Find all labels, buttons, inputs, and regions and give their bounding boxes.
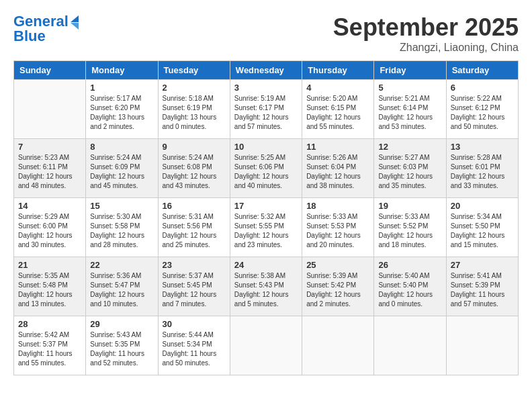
calendar-day-cell: 1Sunrise: 5:17 AM Sunset: 6:20 PM Daylig…	[86, 80, 158, 139]
day-info: Sunrise: 5:44 AM Sunset: 5:34 PM Dayligh…	[163, 330, 226, 368]
calendar-week-row: 14Sunrise: 5:29 AM Sunset: 6:00 PM Dayli…	[14, 198, 519, 257]
day-number: 19	[378, 201, 441, 211]
calendar-day-cell: 22Sunrise: 5:36 AM Sunset: 5:47 PM Dayli…	[86, 257, 158, 316]
calendar-day-cell: 8Sunrise: 5:24 AM Sunset: 6:09 PM Daylig…	[86, 139, 158, 198]
column-header-monday: Monday	[86, 61, 158, 80]
day-info: Sunrise: 5:37 AM Sunset: 5:45 PM Dayligh…	[163, 271, 226, 309]
day-info: Sunrise: 5:29 AM Sunset: 6:00 PM Dayligh…	[18, 212, 81, 250]
day-number: 25	[306, 260, 369, 270]
calendar-day-cell	[302, 316, 374, 375]
day-info: Sunrise: 5:41 AM Sunset: 5:39 PM Dayligh…	[451, 271, 514, 309]
day-number: 23	[163, 260, 226, 270]
day-number: 29	[90, 319, 153, 329]
month-title: September 2025	[333, 13, 519, 42]
day-number: 18	[306, 201, 369, 211]
day-number: 5	[378, 83, 441, 93]
day-number: 28	[18, 319, 81, 329]
calendar-week-row: 28Sunrise: 5:42 AM Sunset: 5:37 PM Dayli…	[14, 316, 519, 375]
day-number: 27	[451, 260, 514, 270]
day-info: Sunrise: 5:20 AM Sunset: 6:15 PM Dayligh…	[306, 94, 369, 132]
title-area: September 2025 Zhangzi, Liaoning, China	[333, 13, 519, 54]
calendar-table: SundayMondayTuesdayWednesdayThursdayFrid…	[13, 60, 519, 375]
day-number: 13	[451, 142, 514, 152]
calendar-day-cell: 19Sunrise: 5:33 AM Sunset: 5:52 PM Dayli…	[374, 198, 446, 257]
day-info: Sunrise: 5:33 AM Sunset: 5:53 PM Dayligh…	[306, 212, 369, 250]
day-number: 26	[378, 260, 441, 270]
day-info: Sunrise: 5:24 AM Sunset: 6:08 PM Dayligh…	[163, 153, 226, 191]
day-info: Sunrise: 5:28 AM Sunset: 6:01 PM Dayligh…	[451, 153, 514, 191]
calendar-day-cell: 25Sunrise: 5:39 AM Sunset: 5:42 PM Dayli…	[302, 257, 374, 316]
day-info: Sunrise: 5:43 AM Sunset: 5:35 PM Dayligh…	[90, 330, 153, 368]
day-number: 8	[90, 142, 153, 152]
day-info: Sunrise: 5:22 AM Sunset: 6:12 PM Dayligh…	[451, 94, 514, 132]
day-info: Sunrise: 5:17 AM Sunset: 6:20 PM Dayligh…	[90, 94, 153, 132]
calendar-day-cell: 27Sunrise: 5:41 AM Sunset: 5:39 PM Dayli…	[446, 257, 518, 316]
column-header-saturday: Saturday	[446, 61, 518, 80]
column-header-tuesday: Tuesday	[158, 61, 230, 80]
day-info: Sunrise: 5:34 AM Sunset: 5:50 PM Dayligh…	[451, 212, 514, 250]
logo: General Blue	[13, 13, 79, 44]
page-header: General Blue September 2025 Zhangzi, Lia…	[13, 13, 519, 54]
day-number: 9	[163, 142, 226, 152]
calendar-week-row: 7Sunrise: 5:23 AM Sunset: 6:11 PM Daylig…	[14, 139, 519, 198]
calendar-day-cell: 18Sunrise: 5:33 AM Sunset: 5:53 PM Dayli…	[302, 198, 374, 257]
day-number: 10	[234, 142, 298, 152]
day-info: Sunrise: 5:36 AM Sunset: 5:47 PM Dayligh…	[90, 271, 153, 309]
day-info: Sunrise: 5:38 AM Sunset: 5:43 PM Dayligh…	[234, 271, 298, 309]
day-info: Sunrise: 5:32 AM Sunset: 5:55 PM Dayligh…	[234, 212, 298, 250]
day-number: 22	[90, 260, 153, 270]
calendar-day-cell: 4Sunrise: 5:20 AM Sunset: 6:15 PM Daylig…	[302, 80, 374, 139]
column-header-wednesday: Wednesday	[230, 61, 302, 80]
day-number: 11	[306, 142, 369, 152]
day-info: Sunrise: 5:35 AM Sunset: 5:48 PM Dayligh…	[18, 271, 81, 309]
logo-subtext: Blue	[13, 28, 79, 44]
day-number: 15	[90, 201, 153, 211]
day-number: 12	[378, 142, 441, 152]
calendar-day-cell: 16Sunrise: 5:31 AM Sunset: 5:56 PM Dayli…	[158, 198, 230, 257]
calendar-day-cell: 17Sunrise: 5:32 AM Sunset: 5:55 PM Dayli…	[230, 198, 302, 257]
day-info: Sunrise: 5:27 AM Sunset: 6:03 PM Dayligh…	[378, 153, 441, 191]
day-info: Sunrise: 5:18 AM Sunset: 6:19 PM Dayligh…	[163, 94, 226, 132]
day-info: Sunrise: 5:25 AM Sunset: 6:06 PM Dayligh…	[234, 153, 298, 191]
day-info: Sunrise: 5:40 AM Sunset: 5:40 PM Dayligh…	[378, 271, 441, 309]
column-header-thursday: Thursday	[302, 61, 374, 80]
calendar-day-cell: 14Sunrise: 5:29 AM Sunset: 6:00 PM Dayli…	[14, 198, 86, 257]
calendar-day-cell: 28Sunrise: 5:42 AM Sunset: 5:37 PM Dayli…	[14, 316, 86, 375]
day-info: Sunrise: 5:31 AM Sunset: 5:56 PM Dayligh…	[163, 212, 226, 250]
calendar-week-row: 21Sunrise: 5:35 AM Sunset: 5:48 PM Dayli…	[14, 257, 519, 316]
calendar-day-cell: 5Sunrise: 5:21 AM Sunset: 6:14 PM Daylig…	[374, 80, 446, 139]
day-info: Sunrise: 5:42 AM Sunset: 5:37 PM Dayligh…	[18, 330, 81, 368]
day-number: 24	[234, 260, 298, 270]
calendar-day-cell: 29Sunrise: 5:43 AM Sunset: 5:35 PM Dayli…	[86, 316, 158, 375]
day-info: Sunrise: 5:30 AM Sunset: 5:58 PM Dayligh…	[90, 212, 153, 250]
calendar-header-row: SundayMondayTuesdayWednesdayThursdayFrid…	[14, 61, 519, 80]
calendar-day-cell: 15Sunrise: 5:30 AM Sunset: 5:58 PM Dayli…	[86, 198, 158, 257]
calendar-day-cell	[446, 316, 518, 375]
calendar-day-cell: 9Sunrise: 5:24 AM Sunset: 6:08 PM Daylig…	[158, 139, 230, 198]
day-number: 2	[163, 83, 226, 93]
column-header-friday: Friday	[374, 61, 446, 80]
day-info: Sunrise: 5:21 AM Sunset: 6:14 PM Dayligh…	[378, 94, 441, 132]
day-info: Sunrise: 5:23 AM Sunset: 6:11 PM Dayligh…	[18, 153, 81, 191]
day-info: Sunrise: 5:19 AM Sunset: 6:17 PM Dayligh…	[234, 94, 298, 132]
calendar-day-cell: 10Sunrise: 5:25 AM Sunset: 6:06 PM Dayli…	[230, 139, 302, 198]
calendar-day-cell: 24Sunrise: 5:38 AM Sunset: 5:43 PM Dayli…	[230, 257, 302, 316]
day-info: Sunrise: 5:26 AM Sunset: 6:04 PM Dayligh…	[306, 153, 369, 191]
day-number: 7	[18, 142, 81, 152]
calendar-day-cell	[14, 80, 86, 139]
location-subtitle: Zhangzi, Liaoning, China	[333, 42, 519, 54]
calendar-day-cell: 3Sunrise: 5:19 AM Sunset: 6:17 PM Daylig…	[230, 80, 302, 139]
day-number: 30	[163, 319, 226, 329]
day-number: 14	[18, 201, 81, 211]
calendar-day-cell: 26Sunrise: 5:40 AM Sunset: 5:40 PM Dayli…	[374, 257, 446, 316]
day-number: 6	[451, 83, 514, 93]
calendar-day-cell: 7Sunrise: 5:23 AM Sunset: 6:11 PM Daylig…	[14, 139, 86, 198]
calendar-day-cell: 11Sunrise: 5:26 AM Sunset: 6:04 PM Dayli…	[302, 139, 374, 198]
calendar-day-cell: 20Sunrise: 5:34 AM Sunset: 5:50 PM Dayli…	[446, 198, 518, 257]
day-info: Sunrise: 5:39 AM Sunset: 5:42 PM Dayligh…	[306, 271, 369, 309]
calendar-day-cell: 6Sunrise: 5:22 AM Sunset: 6:12 PM Daylig…	[446, 80, 518, 139]
calendar-day-cell: 12Sunrise: 5:27 AM Sunset: 6:03 PM Dayli…	[374, 139, 446, 198]
calendar-week-row: 1Sunrise: 5:17 AM Sunset: 6:20 PM Daylig…	[14, 80, 519, 139]
day-number: 1	[90, 83, 153, 93]
day-info: Sunrise: 5:33 AM Sunset: 5:52 PM Dayligh…	[378, 212, 441, 250]
